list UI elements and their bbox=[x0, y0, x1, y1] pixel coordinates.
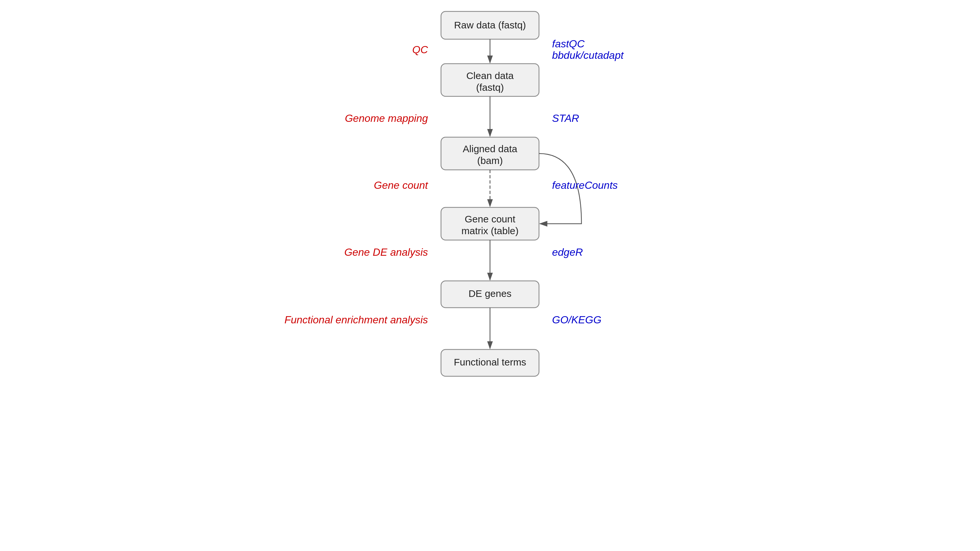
label-de-genes: DE genes bbox=[468, 288, 512, 299]
step-label-qc: QC bbox=[412, 44, 428, 56]
step-label-functional-enrichment: Functional enrichment analysis bbox=[285, 314, 428, 326]
svg-text:(fastq): (fastq) bbox=[476, 82, 504, 93]
step-label-gene-de-analysis: Gene DE analysis bbox=[344, 246, 428, 258]
tool-label-bbduk: bbduk/cutadapt bbox=[552, 49, 624, 61]
label-clean-data: Clean data bbox=[466, 70, 514, 81]
tool-label-fastqc: fastQC bbox=[552, 38, 585, 50]
step-label-gene-count: Gene count bbox=[374, 179, 429, 191]
svg-text:matrix (table): matrix (table) bbox=[461, 225, 519, 236]
tool-label-edger: edgeR bbox=[552, 246, 583, 258]
label-raw-data: Raw data (fastq) bbox=[454, 20, 526, 30]
tool-label-star: STAR bbox=[552, 112, 579, 124]
tool-label-featurecounts: featureCounts bbox=[552, 179, 618, 191]
workflow-diagram: Raw data (fastq) Clean data (fastq) Alig… bbox=[0, 0, 980, 551]
label-gene-count-matrix: Gene count bbox=[465, 214, 515, 224]
step-label-genome-mapping: Genome mapping bbox=[345, 112, 428, 124]
label-aligned-data: Aligned data bbox=[463, 143, 517, 154]
tool-label-go-kegg: GO/KEGG bbox=[552, 314, 601, 326]
label-functional-terms: Functional terms bbox=[454, 357, 526, 367]
svg-text:(bam): (bam) bbox=[477, 155, 503, 166]
